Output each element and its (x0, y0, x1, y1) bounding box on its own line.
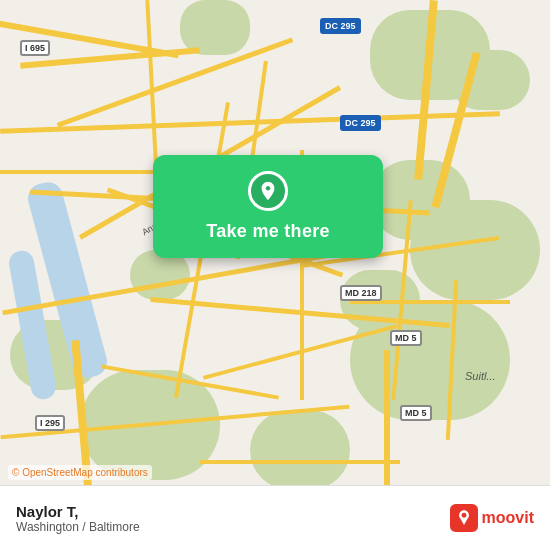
map-container: I 695 DC 295 DC 295 I 295 MD 218 MD 5 MD… (0, 0, 550, 550)
green-area (250, 410, 350, 490)
location-info: Naylor T, Washington / Baltimore (16, 503, 140, 534)
area-label-suitland: Suitl... (465, 370, 496, 382)
highway-badge-i695: I 695 (20, 40, 50, 56)
osm-link: © OpenStreetMap contributors (12, 467, 148, 478)
highway-badge-md5-1: MD 5 (390, 330, 422, 346)
copyright-text: © OpenStreetMap contributors (8, 465, 152, 480)
svg-point-2 (461, 513, 466, 518)
popup-card: Take me there (153, 155, 383, 258)
road (200, 460, 400, 464)
moovit-brand-text: moovit (482, 509, 534, 527)
location-pin-icon (257, 180, 279, 202)
highway-badge-dc295-2: DC 295 (340, 115, 381, 131)
bottom-bar: Naylor T, Washington / Baltimore moovit (0, 485, 550, 550)
take-me-there-button[interactable]: Take me there (206, 221, 330, 242)
highway-badge-i295: I 295 (35, 415, 65, 431)
highway-badge-md218: MD 218 (340, 285, 382, 301)
popup-pin-icon (248, 171, 288, 211)
moovit-logo: moovit (450, 504, 534, 532)
moovit-logo-icon (450, 504, 478, 532)
highway-badge-md5-2: MD 5 (400, 405, 432, 421)
location-name: Naylor T, (16, 503, 140, 520)
highway-badge-dc295-1: DC 295 (320, 18, 361, 34)
location-region: Washington / Baltimore (16, 520, 140, 534)
green-area (180, 0, 250, 55)
